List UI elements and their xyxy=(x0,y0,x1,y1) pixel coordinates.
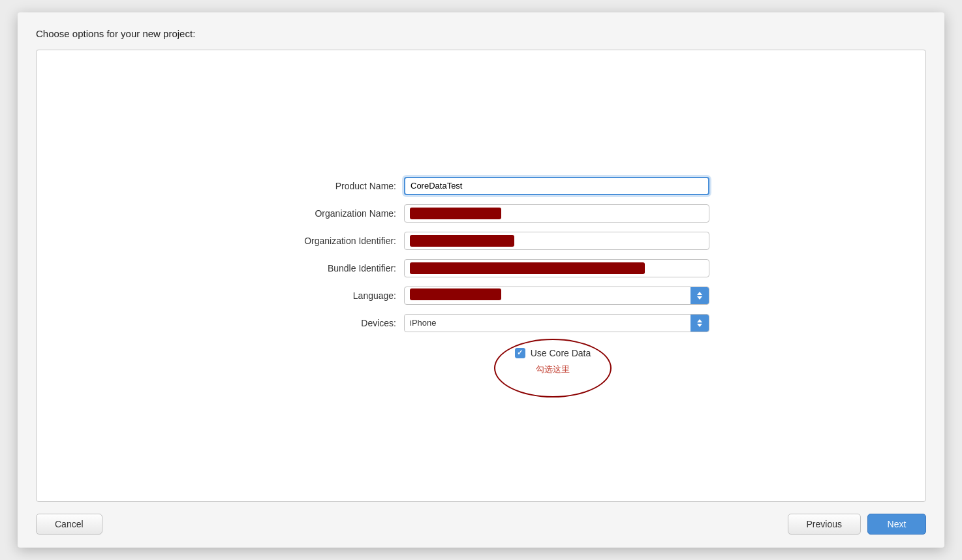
dialog-title: Choose options for your new project: xyxy=(36,28,926,39)
use-core-data-row[interactable]: ✓ Use Core Data xyxy=(515,348,591,358)
org-name-input[interactable] xyxy=(404,204,709,223)
nav-buttons: Previous Next xyxy=(788,514,926,535)
use-core-data-label: Use Core Data xyxy=(531,348,591,358)
language-select-text xyxy=(410,288,690,302)
org-name-label: Organization Name: xyxy=(253,208,396,219)
arrow-down-icon xyxy=(697,296,702,300)
devices-label: Devices: xyxy=(253,318,396,328)
checkmark-icon: ✓ xyxy=(517,349,523,356)
previous-button[interactable]: Previous xyxy=(788,514,861,535)
org-identifier-row: Organization Identifier: xyxy=(253,232,709,250)
annotation-text: 勾选这里 xyxy=(536,364,570,375)
bundle-identifier-label: Bundle Identifier: xyxy=(253,263,396,273)
devices-select[interactable]: iPhone xyxy=(404,314,709,332)
bottom-bar: Cancel Previous Next xyxy=(36,514,926,535)
next-button[interactable]: Next xyxy=(867,514,926,535)
devices-select-arrow xyxy=(690,315,709,332)
form-section: Product Name: Organization Name: Organiz… xyxy=(253,177,709,375)
arrow-up-icon xyxy=(697,292,702,295)
org-name-row: Organization Name: xyxy=(253,204,709,223)
language-label: Language: xyxy=(253,290,396,301)
org-name-redacted xyxy=(410,208,501,219)
bundle-identifier-redacted xyxy=(410,262,645,274)
cancel-button[interactable]: Cancel xyxy=(36,514,102,535)
use-core-data-checkbox[interactable]: ✓ xyxy=(515,348,525,358)
devices-row: Devices: iPhone xyxy=(253,314,709,332)
org-identifier-label: Organization Identifier: xyxy=(253,236,396,246)
language-row: Language: xyxy=(253,287,709,305)
new-project-dialog: Choose options for your new project: Pro… xyxy=(18,12,944,548)
devices-arrow-up-icon xyxy=(697,319,702,322)
devices-arrow-down-icon xyxy=(697,324,702,327)
language-redacted xyxy=(410,288,501,300)
language-select-arrow xyxy=(690,287,709,304)
org-identifier-redacted xyxy=(410,235,514,247)
product-name-row: Product Name: xyxy=(253,177,709,195)
bundle-identifier-input[interactable] xyxy=(404,259,709,277)
devices-select-text: iPhone xyxy=(410,318,690,328)
product-name-input[interactable] xyxy=(404,177,709,195)
content-area: Product Name: Organization Name: Organiz… xyxy=(36,50,926,502)
language-select[interactable] xyxy=(404,287,709,305)
core-data-group: ✓ Use Core Data 勾选这里 xyxy=(396,348,709,375)
org-identifier-input[interactable] xyxy=(404,232,709,250)
bundle-identifier-row: Bundle Identifier: xyxy=(253,259,709,277)
product-name-label: Product Name: xyxy=(253,181,396,191)
